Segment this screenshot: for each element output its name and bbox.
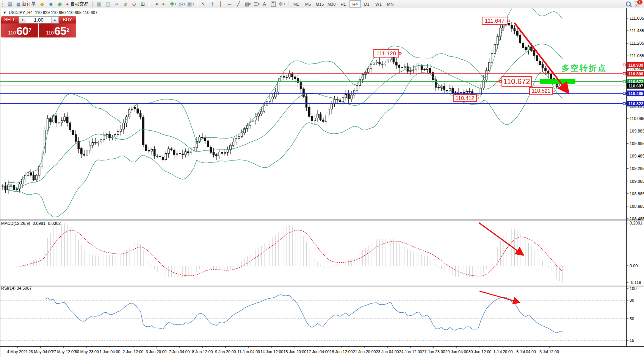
macd-indicator-label: MACD(12,26,9) -0.0981 -0.0302 <box>1 221 61 226</box>
community-icon[interactable]: ☻ <box>47 0 55 8</box>
line-chart-icon[interactable]: ≋ <box>113 0 121 8</box>
volume-input[interactable]: 1.00 <box>26 17 51 23</box>
buy-price-sup: 2 <box>66 24 69 37</box>
zoom-in-icon[interactable]: ⊕ <box>121 0 130 8</box>
time-axis-label: 29 Jun 04:00 <box>445 349 469 354</box>
timeframe-button-m5[interactable]: M5 <box>302 0 314 8</box>
zoom-out-icon[interactable]: ⊖ <box>130 0 138 8</box>
tile-windows-icon[interactable]: ⊞ <box>139 0 147 8</box>
toolbar-separator <box>197 1 197 7</box>
cursor-icon[interactable]: ↖ <box>199 0 208 8</box>
gold-icon[interactable]: ◆ <box>38 0 46 8</box>
timeframe-button-m30[interactable]: M30 <box>326 0 337 8</box>
macd-pane <box>14 223 563 282</box>
cn-annotation-text[interactable]: 多空转折点 <box>561 64 607 73</box>
buy-price-button[interactable]: 110652 <box>39 23 76 37</box>
price-callout-text: 110.412 <box>456 95 475 101</box>
equidistant-channel-icon: ▨ <box>244 1 249 8</box>
price-callouts[interactable]: 111.647111.120110.672110.521110.412 <box>374 17 555 101</box>
price-axis-label: 109.685 <box>630 141 644 146</box>
chart-shift-icon[interactable]: ⇤ <box>160 0 169 8</box>
new-order-button-icon: ▤ <box>16 2 20 7</box>
chart-symbol-icon: ◤ <box>4 11 6 14</box>
timeframe-button-h1[interactable]: H1 <box>338 0 349 8</box>
period-clock-icon[interactable]: ◷▾ <box>178 0 186 8</box>
time-axis: 4 May 202126 May 04:0027 May 12:0030 May… <box>7 346 559 354</box>
auto-trading-button-icon: ● <box>66 2 69 7</box>
text-icon[interactable]: A <box>260 0 269 8</box>
volume-down-button[interactable]: ▼ <box>19 17 26 23</box>
timeframe-button-m1[interactable]: M1 <box>291 0 302 8</box>
fibonacci-icon: ☰ <box>254 1 258 8</box>
signals-icon[interactable]: ◉ <box>55 0 64 8</box>
time-axis-label: 23 Jun 04:00 <box>376 349 399 354</box>
auto-scroll-icon[interactable]: ⇥ <box>152 0 160 8</box>
price-axis-label: 111.485 <box>630 28 644 33</box>
sell-price-main: 60 <box>16 25 28 37</box>
buy-price-prefix: 110 <box>46 29 54 37</box>
volume-up-button[interactable]: ▲ <box>51 17 58 23</box>
time-axis-label: 15 Jun 20:00 <box>284 349 307 354</box>
notifications-icon[interactable]: 1 <box>634 2 640 6</box>
hline-handle[interactable] <box>623 103 625 105</box>
line-chart-icon: ≋ <box>114 1 119 8</box>
price-callout-text: 110.672 <box>503 77 530 86</box>
price-axis-label: 111.685 <box>630 16 644 20</box>
one-click-trading-panel: SELL ▼ 1.00 ▲ BUY 110607 110652 <box>1 16 76 37</box>
symbol-ohlc-info: USDJPY-,H4 110.629 110.650 110.605 110.6… <box>9 10 97 15</box>
red-trend-arrow[interactable] <box>479 291 520 302</box>
horizontal-level-lines[interactable] <box>0 64 627 105</box>
time-axis-label: 11 Jun 04:00 <box>237 349 260 354</box>
top-toolbar: ▦▤新订单◆☻◉●自动交易▥◫≋⊕⊖⊞⇥⇤✚▾◷▾▩▾↖✛│─╱▨E☰FAT✥▾… <box>0 0 644 8</box>
charts-window-icon[interactable]: ▦ <box>6 0 14 8</box>
bar-chart-icon: ▥ <box>97 1 101 8</box>
price-chart[interactable]: 111.685111.485111.285111.085110.885110.6… <box>0 8 644 357</box>
time-axis-label: 1 Jul 20:00 <box>493 349 513 354</box>
bollinger-bands <box>8 8 563 217</box>
fibonacci-icon[interactable]: ☰F <box>252 0 260 8</box>
hline-handle[interactable] <box>623 92 625 95</box>
hline-handle[interactable] <box>623 81 625 83</box>
time-axis-label: 18 Jun 12:00 <box>330 349 353 354</box>
timeframe-button-mn[interactable]: MN <box>385 0 396 8</box>
search-icon[interactable] <box>626 2 631 6</box>
new-order-button[interactable]: ▤新订单 <box>14 1 38 8</box>
red-trend-arrow[interactable] <box>479 223 523 255</box>
vertical-line-icon[interactable]: │ <box>217 0 225 8</box>
timeframe-button-h4[interactable]: H4 <box>349 0 361 8</box>
period-clock-icon: ◷ <box>179 1 183 8</box>
timeframe-button-w1[interactable]: W1 <box>373 0 384 8</box>
text-label-icon[interactable]: T <box>269 0 277 8</box>
chart-shift-icon: ⇤ <box>162 1 166 8</box>
add-chart-icon[interactable]: ✚▾ <box>169 0 177 8</box>
macd-axis-label: 0.00 <box>630 263 638 268</box>
bar-chart-icon[interactable]: ▥ <box>95 0 103 8</box>
sell-button[interactable]: SELL <box>1 16 19 23</box>
equidistant-channel-icon[interactable]: ▨E <box>243 0 251 8</box>
time-axis-label: 26 May 04:00 <box>28 349 53 354</box>
chart-window[interactable]: 111.685111.485111.285111.085110.885110.6… <box>0 8 644 357</box>
auto-trading-button[interactable]: ●自动交易 <box>64 1 90 8</box>
horizontal-line-icon[interactable]: ─ <box>226 0 234 8</box>
arrows-tool-icon[interactable]: ✥▾ <box>278 0 286 8</box>
trendline-icon[interactable]: ╱ <box>234 0 243 8</box>
sell-price-sup: 7 <box>28 24 31 37</box>
current-price-badge-text: 110.607 <box>628 84 643 88</box>
hline-handle[interactable] <box>623 64 625 66</box>
timeframe-button-d1[interactable]: D1 <box>361 0 373 8</box>
text-label-icon: T <box>271 2 276 7</box>
buy-button[interactable]: BUY <box>59 16 76 23</box>
timeframe-button-m15[interactable]: M15 <box>314 0 326 8</box>
new-order-button-label: 新订单 <box>22 1 36 7</box>
price-axis-label: 109.485 <box>630 154 644 158</box>
crosshair-icon[interactable]: ✛ <box>208 0 216 8</box>
sell-price-button[interactable]: 110607 <box>1 23 38 37</box>
hline-handle[interactable] <box>623 73 625 75</box>
text-icon: A <box>263 1 266 8</box>
rsi-axis-label: 100 <box>630 286 636 291</box>
template-icon[interactable]: ▩▾ <box>186 0 195 8</box>
template-icon: ▩ <box>187 1 192 8</box>
time-axis-label: 6 Jul 12:00 <box>539 349 559 354</box>
pane-frame <box>0 8 644 346</box>
candlestick-chart-icon[interactable]: ◫ <box>104 0 112 8</box>
